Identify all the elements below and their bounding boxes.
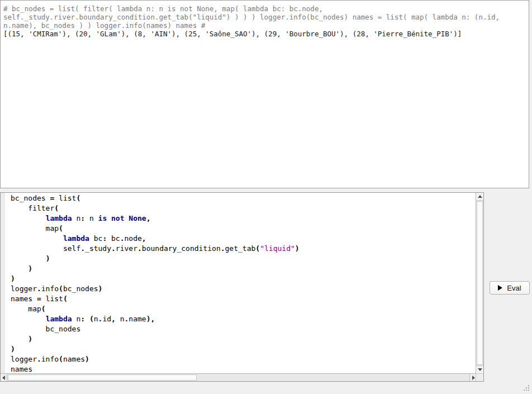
code-line: ) bbox=[11, 274, 476, 284]
code-line: filter( bbox=[11, 203, 476, 213]
code-lines[interactable]: bc_nodes = list( filter( lambda n: n is … bbox=[5, 193, 476, 373]
code-line: lambda n: (n.id, n.name), bbox=[11, 314, 476, 324]
python-code-editor[interactable]: bc_nodes = list( filter( lambda n: n is … bbox=[0, 192, 484, 382]
code-line: ) bbox=[11, 344, 476, 354]
play-icon bbox=[498, 285, 502, 291]
log-lines: # bc_nodes = list( filter( lambda n: n i… bbox=[3, 4, 526, 38]
code-line: logger.info(names) bbox=[11, 354, 476, 364]
code-line: map( bbox=[11, 304, 476, 314]
horizontal-scrollbar-thumb[interactable] bbox=[8, 374, 197, 381]
code-line: ) bbox=[11, 264, 476, 274]
code-line: bc_nodes = list( bbox=[11, 193, 476, 203]
editor-margin bbox=[1, 193, 5, 373]
log-line: n.name), bc_nodes ) ) logger.info(names)… bbox=[3, 21, 526, 30]
log-line: # bc_nodes = list( filter( lambda n: n i… bbox=[3, 4, 526, 13]
code-line: lambda bc: bc.node, bbox=[11, 234, 476, 244]
scroll-down-button[interactable] bbox=[476, 365, 483, 373]
vertical-scrollbar[interactable] bbox=[476, 193, 483, 373]
scroll-left-button[interactable] bbox=[1, 374, 7, 381]
eval-button-label: Eval bbox=[507, 284, 521, 292]
code-line: bc_nodes bbox=[11, 324, 476, 334]
scrollbar-corner bbox=[476, 373, 483, 381]
arrow-down-icon bbox=[478, 368, 482, 371]
horizontal-scrollbar[interactable] bbox=[1, 373, 477, 381]
eval-button[interactable]: Eval bbox=[490, 281, 530, 295]
log-line: [(15, 'CMIRam'), (20, 'GLam'), (8, 'AIN'… bbox=[3, 30, 526, 38]
scroll-up-button[interactable] bbox=[476, 193, 483, 201]
log-line: self._study.river.boundary_condition.get… bbox=[3, 13, 526, 21]
vertical-scrollbar-thumb[interactable] bbox=[477, 201, 483, 365]
arrow-up-icon bbox=[478, 195, 482, 198]
code-line: names = list( bbox=[11, 294, 476, 304]
code-line: self._study.river.boundary_condition.get… bbox=[11, 244, 476, 254]
arrow-right-icon bbox=[472, 376, 475, 380]
code-line: ) bbox=[11, 334, 476, 344]
arrow-left-icon bbox=[2, 376, 5, 380]
code-line: ) bbox=[11, 254, 476, 264]
window-resize-grip[interactable] bbox=[524, 385, 530, 392]
log-output-panel[interactable]: # bc_nodes = list( filter( lambda n: n i… bbox=[0, 0, 529, 188]
code-line: names bbox=[11, 364, 476, 373]
code-line: logger.info(bc_nodes) bbox=[11, 284, 476, 294]
code-line: lambda n: n is not None, bbox=[11, 213, 476, 224]
code-line: map( bbox=[11, 224, 476, 234]
